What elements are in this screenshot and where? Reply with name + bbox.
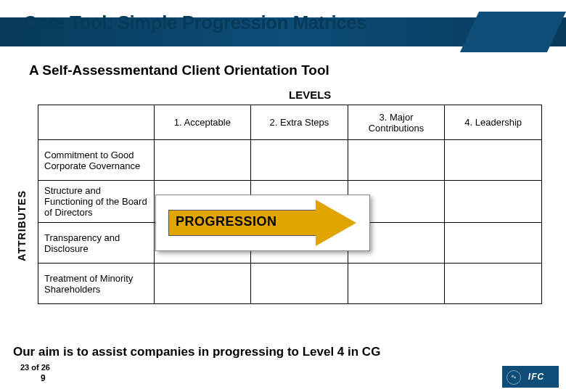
axis-label-attributes: ATTRIBUTES xyxy=(16,190,28,261)
progression-arrow-box: PROGRESSION xyxy=(155,195,370,251)
page-number: 9 xyxy=(41,373,46,383)
matrix-cell xyxy=(348,264,445,304)
matrix-cell xyxy=(445,264,542,304)
matrix-cell xyxy=(445,223,542,264)
matrix-cell xyxy=(251,264,348,304)
matrix-cell xyxy=(445,181,542,223)
arrow-icon: PROGRESSION xyxy=(168,204,357,242)
table-row: Treatment of Minority Shareholders xyxy=(38,264,542,304)
arrow-label: PROGRESSION xyxy=(176,214,277,229)
footer-text: Our aim is to assist companies in progre… xyxy=(13,345,380,359)
logo-text: IFC xyxy=(528,372,544,382)
attribute-cell: Transparency and Disclosure xyxy=(38,223,155,264)
slide-subtitle: A Self-Assessmentand Client Orientation … xyxy=(29,62,329,78)
attribute-cell: Treatment of Minority Shareholders xyxy=(38,264,155,304)
matrix-cell xyxy=(251,140,348,181)
page-indicator: 23 of 26 xyxy=(20,363,50,372)
matrix-cell xyxy=(445,140,542,181)
matrix-corner xyxy=(38,105,155,140)
table-row: Commitment to Good Corporate Governance xyxy=(38,140,542,181)
axis-label-levels: LEVELS xyxy=(289,89,331,101)
level-header-2: 2. Extra Steps xyxy=(251,105,348,140)
slide-title: Core Tool: Simple Progression Matrices xyxy=(23,12,366,34)
attribute-cell: Commitment to Good Corporate Governance xyxy=(38,140,155,181)
attribute-cell: Structure and Functioning of the Board o… xyxy=(38,181,155,223)
matrix-cell xyxy=(348,140,445,181)
matrix-cell xyxy=(154,140,251,181)
level-header-1: 1. Acceptable xyxy=(154,105,251,140)
ifc-logo: IFC xyxy=(502,366,559,388)
level-header-4: 4. Leadership xyxy=(445,105,542,140)
level-header-3: 3. Major Contributions xyxy=(348,105,445,140)
matrix-cell xyxy=(154,264,251,304)
